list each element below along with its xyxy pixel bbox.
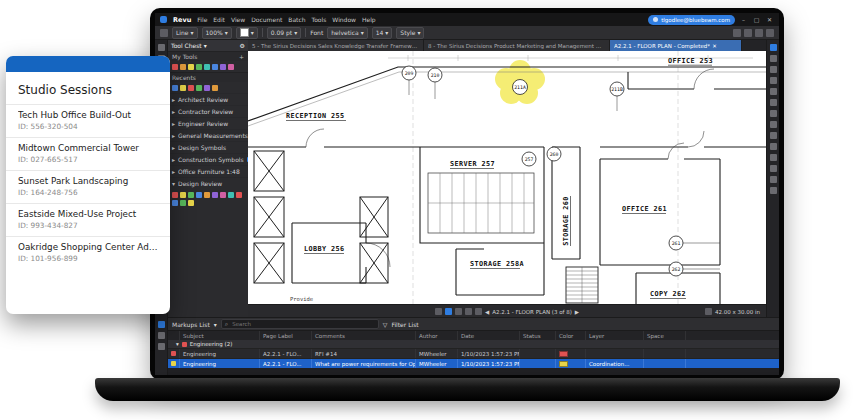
tool-icon[interactable] [196,85,202,91]
tool-icon[interactable] [172,64,178,70]
note-icon[interactable] [770,77,777,84]
tool-icon[interactable] [204,192,210,198]
tool-group-engineer-review[interactable]: ▸ Engineer Review [168,117,248,129]
col-status[interactable]: Status [520,331,556,340]
studio-session-item[interactable]: Sunset Park Landscaping ID: 164-248-756 [6,170,170,203]
tool-icon[interactable] [172,192,178,198]
callout-label[interactable]: 260 [550,152,559,157]
select-tool-icon[interactable] [445,308,452,315]
menu-tools[interactable]: Tools [312,16,327,23]
line-width-dropdown[interactable]: 0.09 pt▾ [267,27,301,39]
tool-icon[interactable] [236,192,242,198]
menu-file[interactable]: File [197,16,207,23]
callout-label[interactable]: 261 [672,241,681,246]
document-canvas[interactable]: RECEPTION 255 OFFICE 253 SERVER 257 STOR… [248,51,766,304]
tool-group-design-symbols[interactable]: ▸ Design Symbols [168,141,248,153]
tool-icon[interactable] [204,85,210,91]
tool-icon[interactable] [196,64,202,70]
tool-icon[interactable] [220,64,226,70]
file-access-icon[interactable] [158,44,165,51]
cloud-markup-icon[interactable] [770,121,777,128]
tool-group-office-furniture[interactable]: ▸ Office Furniture 1:48 [168,165,248,177]
tool-icon[interactable] [228,64,234,70]
settings-icon[interactable] [766,29,774,37]
pan-tool-icon[interactable] [435,308,442,315]
recents-section[interactable]: Recents [168,72,248,82]
col-page-label[interactable]: Page Label [260,331,312,340]
measure-icon[interactable] [770,154,777,161]
tool-icon[interactable] [212,85,218,91]
tool-group-contractor-review[interactable]: ▸ Contractor Review [168,105,248,117]
pen-icon[interactable] [770,88,777,95]
next-page-icon[interactable]: ▶ [575,309,579,315]
tool-icon[interactable] [188,85,194,91]
pan-tool-icon[interactable] [770,55,777,62]
tool-group-architect-review[interactable]: ▸ Architect Review [168,93,248,105]
font-size-dropdown[interactable]: 14▾ [372,27,393,39]
sync-icon[interactable] [755,29,763,37]
tool-icon[interactable] [220,192,226,198]
tool-chest-header[interactable]: Tool Chest ▾ ⚙ [168,40,248,51]
tool-icon[interactable] [212,192,218,198]
maximize-icon[interactable]: ▢ [752,16,761,23]
menu-revu[interactable]: Revu [173,16,191,24]
markup-row-selected[interactable]: Engineering A2.2.1 - FLO... What are pow… [168,358,779,368]
edit-tool-icon[interactable] [160,29,168,37]
tool-icon[interactable] [180,200,186,206]
document-tab-2[interactable]: 8 - The Sirius Decisions Product Marketi… [424,40,610,51]
page-label[interactable]: A2.2.1 - FLOOR PLAN (3 of 8) [492,309,572,315]
tool-icon[interactable] [180,85,186,91]
tool-icon[interactable] [228,192,234,198]
font-family-dropdown[interactable]: helvetica▾ [327,27,367,39]
close-tab-icon[interactable]: ✕ [712,43,717,49]
callout-label[interactable]: 209 [405,71,414,76]
filter-list-button[interactable]: Filter List [391,321,418,328]
callout-label[interactable]: 210 [431,73,440,78]
col-layer[interactable]: Layer [586,331,644,340]
menu-window[interactable]: Window [332,16,356,23]
studio-session-item[interactable]: Tech Hub Office Build-Out ID: 556-320-50… [6,104,170,137]
color-picker[interactable]: ▾ [236,27,258,39]
markups-title[interactable]: Markups List [172,321,210,328]
plus-icon[interactable]: + [239,53,244,60]
zoom-in-icon[interactable] [455,308,462,315]
stamp-icon[interactable] [770,143,777,150]
filter-panel-icon[interactable] [158,343,165,350]
callout-label[interactable]: 211A [514,85,526,90]
style-dropdown[interactable]: Style▾ [396,27,424,39]
callout-label[interactable]: 257 [525,157,534,162]
gear-icon[interactable]: ⚙ [240,42,245,49]
col-space[interactable]: Space [644,331,686,340]
col-date[interactable]: Date [458,331,520,340]
tool-icon[interactable] [180,192,186,198]
flag-icon[interactable] [770,176,777,183]
tool-icon[interactable] [188,192,194,198]
zoom-out-icon[interactable] [465,308,472,315]
menu-edit[interactable]: Edit [213,16,225,23]
line-tool-dropdown[interactable]: Line▾ [172,27,198,39]
tool-group-construction-symbols[interactable]: ▸ Construction Symbols [168,153,248,165]
menu-batch[interactable]: Batch [288,16,305,23]
close-icon[interactable]: ✕ [765,16,774,23]
sheet-info-icon[interactable] [705,308,712,315]
studio-session-item[interactable]: Eastside Mixed-Use Project ID: 993-434-8… [6,203,170,236]
minimize-icon[interactable]: – [739,16,748,23]
tool-icon[interactable] [212,64,218,70]
tool-icon[interactable] [172,85,178,91]
zoom-dropdown[interactable]: 100%▾ [202,27,232,39]
col-subject[interactable]: Subject [180,331,260,340]
menu-help[interactable]: Help [362,16,376,23]
prev-page-icon[interactable]: ◀ [485,309,489,315]
snapshot-icon[interactable] [770,165,777,172]
col-comments[interactable]: Comments [312,331,416,340]
studio-session-item[interactable]: Midtown Commercial Tower ID: 027-665-517 [6,137,170,170]
redo-icon[interactable] [744,29,752,37]
eraser-icon[interactable] [770,187,777,194]
tool-icon[interactable] [188,200,194,206]
tool-icon[interactable] [180,64,186,70]
tool-group-design-review[interactable]: ▾ Design Review [168,177,248,189]
markups-search[interactable]: ⌕ [221,319,379,329]
fit-page-icon[interactable] [475,308,482,315]
markups-list-icon[interactable] [158,321,165,328]
document-tab-active[interactable]: A2.2.1 - FLOOR PLAN - Completed* ✕ [610,40,742,51]
